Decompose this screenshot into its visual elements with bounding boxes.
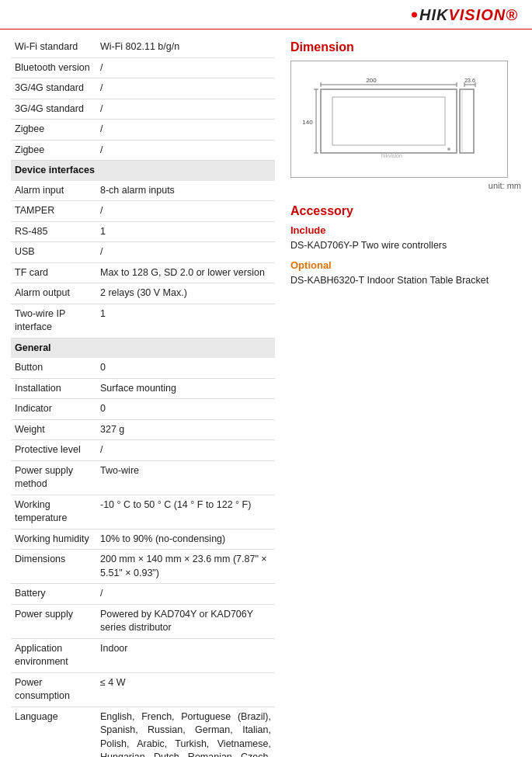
right-column: Dimension hikvision 200 — [283, 37, 521, 757]
table-row: 3G/4G standard / — [11, 99, 275, 120]
table-row: 3G/4G standard / — [11, 78, 275, 99]
spec-value: / — [96, 201, 275, 222]
svg-text:140: 140 — [302, 119, 313, 126]
spec-value: 10% to 90% (no-condensing) — [96, 529, 275, 550]
table-row: Power supply method Two-wire — [11, 460, 275, 495]
main-content: Wi-Fi standard Wi-Fi 802.11 b/g/n Blueto… — [0, 30, 532, 757]
spec-label: Power consumption — [11, 672, 96, 707]
dimension-title: Dimension — [290, 40, 521, 54]
optional-item: DS-KABH6320-T Indoor Station Table Brack… — [290, 273, 521, 288]
spec-label: Application environment — [11, 638, 96, 672]
table-row: Zigbee / — [11, 120, 275, 141]
spec-value: / — [96, 57, 275, 78]
table-row: Weight 327 g — [11, 419, 275, 440]
spec-value: -10 ° C to 50 ° C (14 ° F to 122 ° F) — [96, 495, 275, 529]
svg-rect-1 — [332, 97, 445, 145]
header-dot — [412, 12, 417, 17]
table-row: Working humidity 10% to 90% (no-condensi… — [11, 529, 275, 550]
spec-label: Working humidity — [11, 529, 96, 550]
table-row: Alarm input 8-ch alarm inputs — [11, 181, 275, 201]
spec-value: 1 — [96, 221, 275, 242]
spec-value: Powered by KAD704Y or KAD706Y series dis… — [96, 604, 275, 638]
spec-value: 200 mm × 140 mm × 23.6 mm (7.87" × 5.51"… — [96, 550, 275, 584]
spec-label: Language — [11, 707, 96, 757]
svg-text:200: 200 — [366, 77, 377, 84]
spec-value: / — [96, 584, 275, 605]
svg-point-3 — [447, 148, 450, 151]
table-row: Battery / — [11, 584, 275, 605]
section-header-general: General — [11, 338, 275, 358]
spec-value: Surface mounting — [96, 378, 275, 399]
dimension-diagram-box: hikvision 200 23.6 — [290, 61, 508, 178]
dimension-svg: hikvision 200 23.6 — [297, 68, 499, 168]
spec-value: 327 g — [96, 419, 275, 440]
table-row: Wi-Fi standard Wi-Fi 802.11 b/g/n — [11, 37, 275, 57]
spec-value: 0 — [96, 399, 275, 420]
spec-label: 3G/4G standard — [11, 78, 96, 99]
spec-value: Indoor — [96, 638, 275, 672]
table-row: Two-wire IP interface 1 — [11, 304, 275, 338]
spec-value: / — [96, 440, 275, 461]
spec-label: TAMPER — [11, 201, 96, 222]
table-row: Power consumption ≤ 4 W — [11, 672, 275, 707]
spec-label: Weight — [11, 419, 96, 440]
svg-rect-0 — [321, 89, 457, 153]
spec-label: Wi-Fi standard — [11, 37, 96, 57]
spec-value: / — [96, 99, 275, 120]
spec-label: 3G/4G standard — [11, 99, 96, 120]
accessory-title: Accessory — [290, 204, 521, 218]
accessory-section: Accessory Include DS-KAD706Y-P Two wire … — [290, 204, 521, 288]
spec-label: Installation — [11, 378, 96, 399]
include-item: DS-KAD706Y-P Two wire controllers — [290, 238, 521, 253]
spec-label: RS-485 — [11, 221, 96, 242]
table-row: Zigbee / — [11, 140, 275, 161]
spec-label: TF card — [11, 262, 96, 283]
svg-text:23.6: 23.6 — [464, 78, 475, 83]
section-header-label: Device interfaces — [11, 161, 275, 181]
table-row: Power supply Powered by KAD704Y or KAD70… — [11, 604, 275, 638]
spec-value: Wi-Fi 802.11 b/g/n — [96, 37, 275, 57]
spec-value: 0 — [96, 358, 275, 378]
table-row: Bluetooth version / — [11, 57, 275, 78]
table-row: Button 0 — [11, 358, 275, 378]
spec-value: / — [96, 120, 275, 141]
section-header-label: General — [11, 338, 275, 358]
section-header-device-interfaces: Device interfaces — [11, 161, 275, 181]
spec-value: / — [96, 140, 275, 161]
table-row: Working temperature -10 ° C to 50 ° C (1… — [11, 495, 275, 529]
spec-label: Alarm input — [11, 181, 96, 201]
table-row: Language English, French, Portuguese (Br… — [11, 707, 275, 757]
spec-label: Button — [11, 358, 96, 378]
table-row: TF card Max to 128 G, SD 2.0 or lower ve… — [11, 262, 275, 283]
table-row: Installation Surface mounting — [11, 378, 275, 399]
spec-value: Max to 128 G, SD 2.0 or lower version — [96, 262, 275, 283]
table-row: Application environment Indoor — [11, 638, 275, 672]
optional-label: Optional — [290, 259, 521, 271]
table-row: Indicator 0 — [11, 399, 275, 420]
unit-note: unit: mm — [290, 181, 521, 190]
spec-label: Bluetooth version — [11, 57, 96, 78]
table-row: Dimensions 200 mm × 140 mm × 23.6 mm (7.… — [11, 550, 275, 584]
table-row: Protective level / — [11, 440, 275, 461]
spec-label: USB — [11, 242, 96, 263]
spec-value: 2 relays (30 V Max.) — [96, 283, 275, 304]
header: HIKVISION® — [0, 0, 532, 30]
svg-text:hikvision: hikvision — [381, 153, 402, 158]
spec-label: Battery — [11, 584, 96, 605]
spec-label: Working temperature — [11, 495, 96, 529]
spec-label: Power supply — [11, 604, 96, 638]
spec-value: ≤ 4 W — [96, 672, 275, 707]
spec-value: 1 — [96, 304, 275, 338]
table-row: Alarm output 2 relays (30 V Max.) — [11, 283, 275, 304]
spec-value: Two-wire — [96, 460, 275, 495]
spec-value: English, French, Portuguese (Brazil), Sp… — [96, 707, 275, 757]
table-row: TAMPER / — [11, 201, 275, 222]
spec-value: 8-ch alarm inputs — [96, 181, 275, 201]
spec-label: Zigbee — [11, 120, 96, 141]
spec-label: Dimensions — [11, 550, 96, 584]
include-label: Include — [290, 224, 521, 236]
spec-label: Power supply method — [11, 460, 96, 495]
spec-label: Alarm output — [11, 283, 96, 304]
logo: HIKVISION® — [419, 6, 518, 24]
spec-table-container: Wi-Fi standard Wi-Fi 802.11 b/g/n Blueto… — [11, 37, 275, 757]
